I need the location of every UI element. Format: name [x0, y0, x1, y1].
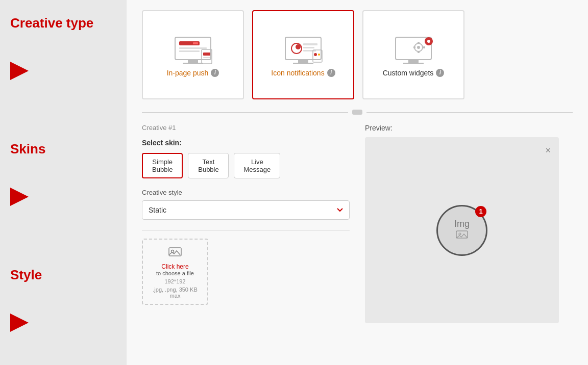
creative-left-panel: Creative #1 Select skin: SimpleBubble Te…	[142, 124, 350, 323]
icon-notifications-icon	[275, 33, 331, 69]
divider-line-right	[366, 112, 573, 113]
card-icon-notifications[interactable]: Icon notifications i	[252, 10, 354, 99]
upload-sub-text: to choose a file	[156, 270, 194, 276]
svg-rect-10	[285, 37, 321, 60]
arrow-icon-skins	[10, 188, 29, 206]
sidebar-arrow-style	[10, 314, 116, 332]
svg-rect-4	[193, 42, 198, 44]
style-select-wrapper: Static Animated	[142, 200, 350, 220]
skin-buttons-group: SimpleBubble TextBubble LiveMessage	[142, 153, 350, 178]
creative-number: Creative #1	[142, 124, 350, 132]
svg-rect-2	[183, 63, 203, 64]
cards-row: In-page push i Icon notifica	[142, 10, 573, 99]
card-icon-notifications-label: Icon notifications i	[271, 69, 335, 77]
svg-rect-27	[418, 51, 420, 53]
svg-point-25	[417, 46, 420, 49]
preview-img-text: Img	[454, 219, 470, 229]
svg-rect-29	[413, 46, 415, 48]
preview-img-icon	[456, 229, 468, 242]
custom-widgets-icon	[385, 33, 442, 69]
divider-handle[interactable]	[352, 110, 362, 115]
sidebar-arrow-creative-type	[10, 62, 116, 80]
arrow-icon-creative-type	[10, 62, 29, 80]
preview-close-button[interactable]: ×	[545, 145, 551, 156]
svg-rect-22	[408, 60, 419, 63]
svg-point-14	[296, 44, 301, 49]
skins-label: Skins	[10, 141, 45, 157]
style-divider	[142, 230, 350, 230]
sidebar: Creative type Skins Style	[0, 0, 127, 365]
svg-point-35	[459, 233, 461, 235]
creative-type-label: Creative type	[10, 15, 93, 31]
in-page-push-info-icon[interactable]: i	[211, 69, 219, 77]
svg-rect-15	[303, 43, 317, 45]
svg-rect-26	[418, 42, 420, 44]
preview-notification: Img 1	[436, 205, 487, 256]
in-page-push-icon	[165, 33, 221, 69]
upload-area[interactable]: Click here to choose a file 192*192 .jpg…	[142, 239, 208, 305]
upload-formats: .jpg, .png, 350 KB max	[149, 286, 201, 299]
svg-rect-5	[179, 47, 207, 49]
divider-line-left	[142, 112, 348, 113]
svg-point-19	[314, 53, 317, 56]
card-custom-widgets-label: Custom widgets i	[383, 69, 445, 77]
sidebar-style: Style	[10, 267, 116, 283]
svg-rect-6	[179, 50, 200, 52]
skin-text-bubble[interactable]: TextBubble	[188, 153, 229, 178]
upload-icon	[168, 245, 182, 260]
section-divider	[142, 110, 573, 115]
svg-rect-11	[298, 60, 308, 63]
creative-right-panel: Preview: × Img 1	[365, 124, 573, 323]
svg-rect-8	[203, 53, 210, 56]
main-content: In-page push i Icon notifica	[127, 0, 588, 365]
svg-rect-28	[423, 46, 425, 48]
svg-point-31	[427, 40, 430, 43]
upload-size: 192*192	[165, 278, 186, 284]
svg-rect-16	[303, 47, 314, 48]
preview-box: × Img 1	[365, 137, 559, 323]
icon-notifications-info-icon[interactable]: i	[327, 69, 335, 77]
preview-label: Preview:	[365, 124, 573, 132]
svg-point-20	[318, 54, 320, 56]
style-select[interactable]: Static Animated	[142, 200, 350, 220]
svg-rect-9	[203, 57, 210, 58]
card-in-page-push-label: In-page push i	[167, 69, 219, 77]
select-skin-heading: Select skin:	[142, 139, 350, 147]
card-custom-widgets[interactable]: Custom widgets i	[362, 10, 464, 99]
creative-style-label: Creative style	[142, 189, 350, 196]
custom-widgets-info-icon[interactable]: i	[436, 69, 444, 77]
svg-rect-12	[293, 63, 313, 64]
creative-section: Creative #1 Select skin: SimpleBubble Te…	[142, 124, 573, 323]
skin-live-message[interactable]: LiveMessage	[234, 153, 280, 178]
sidebar-skins: Skins	[10, 141, 116, 157]
svg-rect-1	[188, 60, 198, 63]
sidebar-arrow-skins	[10, 188, 116, 206]
svg-rect-23	[403, 63, 424, 64]
style-label: Style	[10, 267, 42, 283]
preview-badge: 1	[475, 206, 486, 217]
arrow-icon-style	[10, 314, 29, 332]
card-in-page-push[interactable]: In-page push i	[142, 10, 244, 99]
svg-rect-32	[169, 248, 181, 256]
skin-simple-bubble[interactable]: SimpleBubble	[142, 153, 183, 178]
upload-click-text: Click here	[161, 263, 188, 270]
sidebar-creative-type: Creative type	[10, 15, 116, 31]
